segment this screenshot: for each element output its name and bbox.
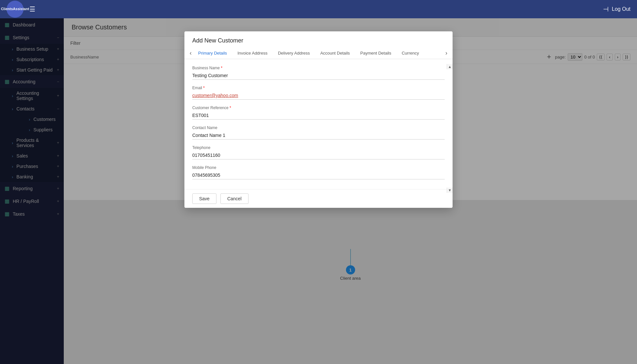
modal-body: Business Name * Email * — [184, 59, 453, 189]
mobile-phone-field: Mobile Phone — [192, 165, 445, 179]
contact-name-input[interactable] — [192, 131, 445, 140]
main-layout: ▦ Dashboard ▦ Settings − › Business Setu… — [0, 18, 637, 364]
contact-name-field: Contact Name — [192, 125, 445, 140]
modal-tabs: ‹ Primary Details Invoice Address Delive… — [184, 47, 453, 59]
modal-overlay: Add New Customer ‹ Primary Details Invoi… — [64, 18, 637, 364]
tab-currency[interactable]: Currency — [396, 47, 424, 59]
logout-icon: ⊣ — [603, 5, 609, 13]
tab-payment-details[interactable]: Payment Details — [355, 47, 397, 59]
add-customer-modal: Add New Customer ‹ Primary Details Invoi… — [184, 31, 453, 208]
content-area: Browse Customers Filter BusinessName + p… — [64, 18, 637, 364]
modal-scroll-down-btn[interactable]: ▼ — [447, 188, 452, 193]
hamburger-menu[interactable]: ☰ — [29, 5, 35, 13]
tabs-container: Primary Details Invoice Address Delivery… — [193, 47, 444, 59]
save-button[interactable]: Save — [192, 193, 216, 204]
nav-left: Clients Assistant ☰ — [7, 1, 35, 18]
mobile-phone-input[interactable] — [192, 171, 445, 179]
business-name-input[interactable] — [192, 72, 445, 80]
telephone-field: Telephone — [192, 145, 445, 159]
telephone-input[interactable] — [192, 151, 445, 159]
logout-button[interactable]: ⊣ Log Out — [603, 5, 630, 13]
business-name-field: Business Name * — [192, 66, 445, 80]
tab-delivery-address[interactable]: Delivery Address — [273, 47, 315, 59]
customer-reference-field: Customer Reference * — [192, 106, 445, 120]
top-navbar: Clients Assistant ☰ ⊣ Log Out — [0, 0, 637, 18]
modal-title: Add New Customer — [184, 31, 453, 44]
email-input[interactable] — [192, 91, 445, 100]
app-logo[interactable]: Clients Assistant — [7, 1, 24, 18]
customer-reference-input[interactable] — [192, 111, 445, 120]
modal-footer: Save Cancel — [184, 189, 453, 208]
tab-next-button[interactable]: › — [444, 48, 449, 58]
tab-invoice-address[interactable]: Invoice Address — [232, 47, 273, 59]
email-field: Email * — [192, 86, 445, 100]
tab-prev-button[interactable]: ‹ — [188, 48, 193, 58]
tab-primary-details[interactable]: Primary Details — [193, 47, 232, 59]
cancel-button[interactable]: Cancel — [220, 193, 249, 204]
tab-account-details[interactable]: Account Details — [315, 47, 355, 59]
